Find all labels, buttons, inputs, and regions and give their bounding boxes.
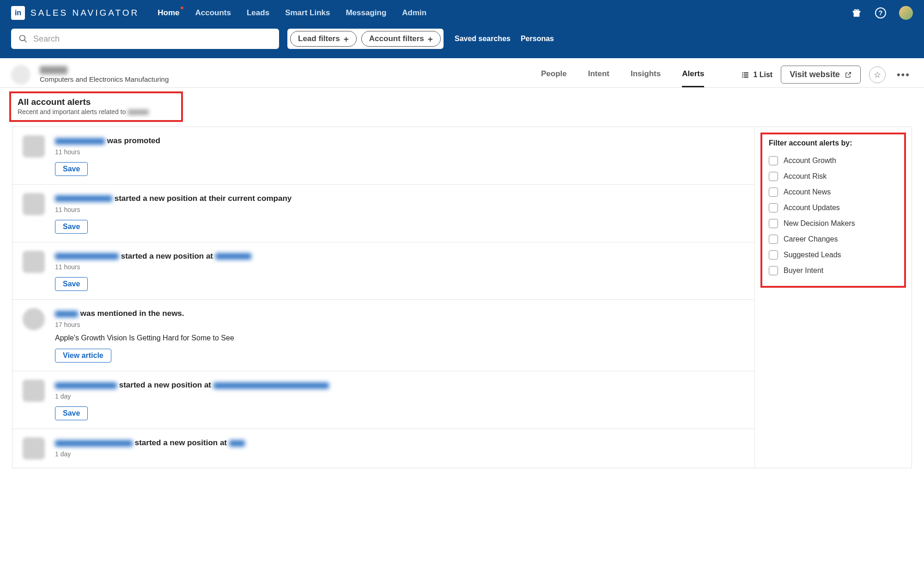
account-text: Computers and Electronics Manufacturing [40,66,169,83]
plus-icon: + [428,35,433,43]
tab-insights[interactable]: Insights [631,69,661,87]
lead-link[interactable] [55,195,112,202]
filter-new-decision-makers[interactable]: New Decision Makers [769,216,898,231]
save-button[interactable]: Save [55,220,88,234]
alert-item: started a new position at 1 daySave [12,371,754,429]
checkbox-icon [769,172,778,181]
alert-item: was mentioned in the news. 17 hoursApple… [12,300,754,371]
filter-label: Account Risk [784,172,827,181]
alerts-heading-wrap: All account alerts Recent and important … [9,91,915,122]
alerts-heading: All account alerts Recent and important … [9,91,183,122]
save-account-button[interactable]: ☆ [869,67,886,83]
alert-avatar [23,193,45,215]
filter-account-growth[interactable]: Account Growth [769,153,898,169]
user-avatar[interactable] [899,6,913,20]
svg-rect-5 [744,72,748,73]
tab-alerts[interactable]: Alerts [682,69,704,87]
search-input[interactable] [33,34,272,44]
lists-link[interactable]: 1 List [741,71,772,79]
nav-item-smart-links[interactable]: Smart Links [285,8,330,18]
filter-suggested-leads[interactable]: Suggested Leads [769,247,898,263]
filter-account-risk[interactable]: Account Risk [769,169,898,184]
primary-nav: HomeAccountsLeadsSmart LinksMessagingAdm… [158,8,426,18]
view-article-button[interactable]: View article [55,349,111,363]
alert-avatar [23,251,45,273]
filter-label: Suggested Leads [784,251,841,259]
alert-title: was promoted [55,135,749,146]
personas-link[interactable]: Personas [521,35,554,43]
account-filters-chip[interactable]: Account filters + [361,31,441,47]
product-name: SALES NAVIGATOR [30,8,139,18]
lists-label: 1 List [753,71,772,79]
alert-snippet: Apple's Growth Vision Is Getting Hard fo… [55,334,749,342]
alerts-subtitle: Recent and important alerts related to [18,108,149,115]
filter-chip-container: Lead filters + Account filters + [287,29,444,49]
alert-body: was mentioned in the news. 17 hoursApple… [55,308,749,363]
tab-people[interactable]: People [541,69,567,87]
lead-link[interactable] [55,138,105,145]
lead-filters-chip[interactable]: Lead filters + [290,31,357,47]
gift-icon[interactable] [851,7,862,18]
nav-item-accounts[interactable]: Accounts [195,8,231,18]
nav-item-leads[interactable]: Leads [247,8,269,18]
nav-item-admin[interactable]: Admin [402,8,426,18]
more-button[interactable]: ••• [894,67,913,83]
help-icon[interactable]: ? [875,7,886,18]
lead-link[interactable] [55,382,117,389]
svg-rect-9 [744,76,748,77]
alert-body: started a new position at 1 day [55,437,749,460]
lead-link[interactable] [55,253,119,260]
alert-body: started a new position at 11 hoursSave [55,251,749,291]
alert-time: 1 day [55,393,749,400]
company-link[interactable] [213,382,329,389]
filter-account-news[interactable]: Account News [769,184,898,200]
search-box[interactable] [11,29,279,49]
company-link[interactable] [229,440,245,447]
svg-rect-8 [742,76,743,77]
alert-title: started a new position at [55,437,749,448]
svg-rect-4 [742,72,743,73]
alert-item: was promoted 11 hoursSave [12,127,754,185]
alert-title: started a new position at their current … [55,193,749,204]
alert-item: started a new position at 11 hoursSave [12,242,754,300]
save-button[interactable]: Save [55,277,88,291]
company-link[interactable] [215,253,251,260]
visit-website-button[interactable]: Visit website [781,66,861,84]
tab-intent[interactable]: Intent [588,69,609,87]
lead-link[interactable] [55,440,133,447]
filter-account-updates[interactable]: Account Updates [769,200,898,216]
svg-rect-7 [744,74,748,75]
filter-box: Filter account alerts by: Account Growth… [760,133,906,288]
save-button[interactable]: Save [55,162,88,176]
brand[interactable]: in SALES NAVIGATOR [11,6,139,20]
alert-time: 17 hours [55,321,749,328]
notification-dot-icon [181,6,183,9]
checkbox-icon [769,219,778,228]
nav-item-messaging[interactable]: Messaging [346,8,386,18]
alerts-feed: was promoted 11 hoursSave started a new … [12,127,754,468]
saved-searches-link[interactable]: Saved searches [455,35,511,43]
alert-avatar [23,437,45,460]
ellipsis-icon: ••• [897,69,910,80]
filter-label: New Decision Makers [784,219,855,228]
lead-link[interactable] [55,311,78,317]
save-button[interactable]: Save [55,406,88,420]
list-icon [741,71,749,79]
alert-time: 11 hours [55,148,749,156]
svg-point-2 [20,36,25,41]
star-icon: ☆ [874,70,881,80]
filter-buyer-intent[interactable]: Buyer Intent [769,263,898,278]
checkbox-icon [769,266,778,275]
alert-title: was mentioned in the news. [55,308,749,319]
external-link-icon [845,71,852,79]
filter-title: Filter account alerts by: [769,139,898,147]
alert-avatar [23,135,45,157]
checkbox-icon [769,235,778,244]
filter-label: Career Changes [784,235,838,243]
alerts-title: All account alerts [18,97,149,107]
account-name [40,66,67,74]
lead-filters-label: Lead filters [298,34,340,43]
filter-career-changes[interactable]: Career Changes [769,231,898,247]
nav-item-home[interactable]: Home [158,8,179,18]
alert-item: started a new position at 1 day [12,429,754,468]
